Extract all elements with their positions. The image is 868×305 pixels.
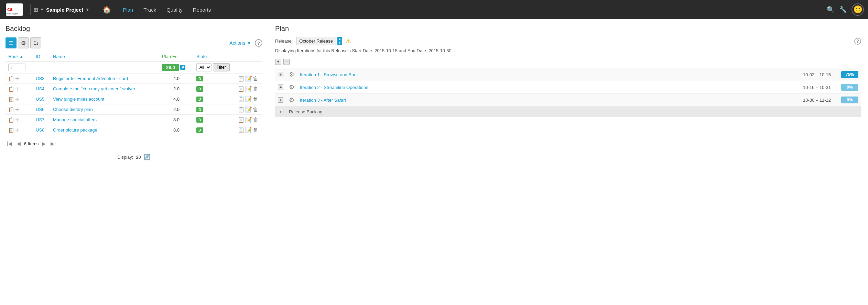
row-actions: 📋 📝 🗑 — [238, 86, 260, 92]
row-icon-area: 📋 ✛ — [8, 117, 30, 123]
drag-handle-icon[interactable]: ✛ — [15, 97, 19, 102]
iteration-name-link[interactable]: Iteration 2 - Streamline Operations — [300, 85, 368, 90]
release-backlog-expand-button[interactable]: + — [278, 109, 283, 114]
filter-icon-button[interactable]: 🗂 — [30, 37, 41, 48]
release-up-button[interactable]: ▲ — [337, 37, 342, 41]
story-name-link[interactable]: Manage special offers — [53, 117, 97, 122]
drag-handle-icon[interactable]: ✛ — [15, 127, 19, 133]
iter-progress-cell: 0% — [834, 81, 861, 94]
refresh-icon[interactable]: 🔄 — [144, 154, 151, 160]
backlog-toolbar: ☰ ⚙ 🗂 Actions ▼ ? — [6, 37, 262, 48]
edit-action-icon[interactable]: 📝 — [245, 96, 252, 102]
user-avatar[interactable]: 🙂 — [851, 3, 864, 16]
iter-expand-button[interactable]: + — [278, 72, 283, 77]
plan-nav-link[interactable]: Plan — [118, 5, 138, 15]
project-selector[interactable]: ⊞ ▼ Sample Project ▼ — [33, 7, 89, 13]
story-name-link[interactable]: View jungle miles account — [53, 97, 104, 102]
delete-action-icon[interactable]: 🗑 — [253, 106, 258, 113]
delete-action-icon[interactable]: 🗑 — [253, 76, 258, 82]
state-filter-select[interactable]: All — [196, 63, 211, 71]
story-name-link[interactable]: Complete the "You may get eaten" waiver — [53, 86, 135, 91]
row-icon-area: 📋 ✛ — [8, 127, 30, 133]
track-nav-link[interactable]: Track — [139, 5, 161, 15]
story-name-link[interactable]: Register for Frequent Adventurer card — [53, 76, 128, 81]
edit-action-icon[interactable]: 📝 — [245, 86, 252, 92]
story-id-link[interactable]: US7 — [36, 117, 44, 122]
prev-page-button[interactable]: ◀ — [15, 140, 22, 147]
drag-handle-icon[interactable]: ✛ — [15, 86, 19, 92]
release-select-area: October Release ▲ ▼ — [296, 37, 342, 45]
release-select-value[interactable]: October Release — [296, 37, 336, 45]
delete-action-icon[interactable]: 🗑 — [253, 96, 258, 102]
reports-nav-link[interactable]: Reports — [188, 5, 216, 15]
copy-action-icon[interactable]: 📋 — [238, 127, 245, 133]
filter-button[interactable]: Filter — [213, 63, 230, 71]
iteration-name-link[interactable]: Iteration 1 - Browse and Book — [300, 72, 359, 77]
iteration-table: + ⚙ Iteration 1 - Browse and Book 10-02 … — [275, 68, 861, 117]
state-cell: D — [194, 74, 235, 84]
next-page-button[interactable]: ▶ — [41, 140, 47, 147]
expand-all-button[interactable]: + — [275, 59, 281, 65]
story-id-link[interactable]: US5 — [36, 97, 44, 102]
iter-expand-button[interactable]: + — [278, 97, 283, 103]
first-page-button[interactable]: |◀ — [6, 140, 13, 147]
story-id-link[interactable]: US3 — [36, 76, 44, 81]
drag-handle-icon[interactable]: ✛ — [15, 107, 19, 112]
plan-help-icon[interactable]: ? — [854, 38, 861, 45]
project-dropdown-icon: ▼ — [85, 7, 89, 12]
delete-action-icon[interactable]: 🗑 — [253, 117, 258, 123]
row-icon-area: 📋 ✛ — [8, 107, 30, 112]
story-name-link[interactable]: Order picture package — [53, 127, 97, 133]
edit-action-icon[interactable]: 📝 — [245, 116, 252, 123]
story-name-link[interactable]: Choose dietary plan — [53, 107, 93, 112]
copy-action-icon[interactable]: 📋 — [238, 75, 245, 82]
backlog-help-icon[interactable]: ? — [255, 39, 262, 47]
copy-action-icon[interactable]: 📋 — [238, 106, 245, 113]
copy-action-icon[interactable]: 📋 — [238, 116, 245, 123]
list-view-button[interactable]: ☰ — [6, 37, 17, 48]
last-page-button[interactable]: ▶| — [49, 140, 57, 147]
toolbar-right: Actions ▼ ? — [229, 39, 262, 47]
tools-button[interactable]: 🔧 — [839, 6, 847, 13]
release-backlog-label-cell: Release Backlog — [286, 106, 861, 117]
plan-est-value: 28.0 — [162, 64, 179, 71]
quality-nav-link[interactable]: Quality — [162, 5, 187, 15]
delete-action-icon[interactable]: 🗑 — [253, 86, 258, 92]
pagination-area: |◀ ◀ 6 Items ▶ ▶| — [6, 140, 262, 147]
drag-handle-icon[interactable]: ✛ — [15, 117, 19, 123]
delete-action-icon[interactable]: 🗑 — [253, 127, 258, 133]
plan-est-cell: 2.0 — [159, 104, 194, 115]
plan-est-cell: 2.0 — [159, 84, 194, 94]
story-id-link[interactable]: US4 — [36, 86, 44, 91]
plan-panel: Plan Release: October Release ▲ ▼ ⚠ ? Di… — [268, 19, 868, 305]
drag-handle-icon[interactable]: ✛ — [15, 76, 19, 81]
svg-text:technologies: technologies — [7, 13, 18, 15]
copy-action-icon[interactable]: 📋 — [238, 96, 245, 102]
edit-action-icon[interactable]: 📝 — [245, 127, 252, 133]
state-badge: D — [196, 86, 203, 92]
table-row: 📋 ✛ US6 Choose dietary plan 2.0 D 📋 📝 🗑 — [6, 104, 262, 115]
search-button[interactable]: 🔍 — [827, 6, 834, 13]
plan-est-cell: 4.0 — [159, 94, 194, 104]
rank-filter-input[interactable] — [8, 64, 25, 71]
story-id-link[interactable]: US6 — [36, 107, 44, 112]
release-down-button[interactable]: ▼ — [337, 41, 342, 45]
copy-action-icon[interactable]: 📋 — [238, 86, 245, 92]
iteration-name-link[interactable]: Iteration 3 - After Safari — [300, 98, 346, 103]
grid-view-button[interactable]: ⚙ — [18, 37, 29, 48]
edit-action-icon[interactable]: 📝 — [245, 106, 252, 113]
state-badge: D — [196, 76, 203, 81]
warning-icon: ⚠ — [346, 37, 351, 45]
row-actions: 📋 📝 🗑 — [238, 96, 260, 102]
story-id-link[interactable]: US8 — [36, 127, 44, 133]
progress-badge: 0% — [841, 97, 858, 103]
iteration-icon: ⚙ — [289, 71, 294, 78]
row-icon-area: 📋 ✛ — [8, 97, 30, 102]
actions-button[interactable]: Actions ▼ — [229, 40, 251, 46]
collapse-all-button[interactable]: − — [283, 59, 290, 65]
row-actions: 📋 📝 🗑 — [238, 127, 260, 133]
home-nav-link[interactable]: 🏠 — [98, 3, 116, 16]
edit-action-icon[interactable]: 📝 — [245, 75, 252, 82]
iter-expand-button[interactable]: + — [278, 84, 283, 90]
iter-dates-cell: 10-02 – 10-15 — [667, 68, 834, 81]
